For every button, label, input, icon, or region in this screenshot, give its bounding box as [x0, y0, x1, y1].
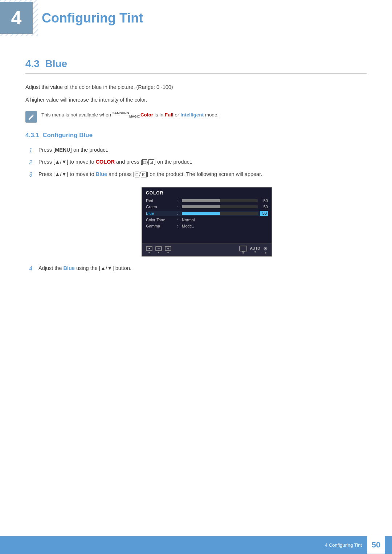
step-3: 3 Press [▲/▼] to move to Blue and press … [29, 170, 367, 180]
osd-row-colortone: Color Tone : Normal [146, 218, 268, 222]
osd-btn-minus: − [155, 246, 162, 253]
osd-btn-monitor [239, 246, 247, 254]
pencil-icon [28, 114, 34, 120]
osd-label-red: Red [146, 198, 175, 203]
note-icon [25, 111, 37, 123]
osd-bottom-bar: ◄ − + [142, 243, 271, 256]
page-content: 4.3 Blue Adjust the value of the color b… [0, 36, 392, 312]
osd-label-colortone: Color Tone [146, 218, 175, 222]
description-2: A higher value will increase the intensi… [25, 95, 367, 104]
monitor-screen: COLOR Red : 50 Green : [142, 187, 272, 257]
osd-label-green: Green [146, 205, 175, 209]
footer-text: 4 Configuring Tint [325, 542, 362, 548]
subsection-number: 4.3.1 [25, 132, 39, 139]
steps-list: 1 Press [MENU] on the product. 2 Press [… [25, 145, 367, 180]
page-title: Configuring Tint [42, 11, 143, 25]
osd-value-gamma: Mode1 [182, 224, 194, 228]
osd-menu-title: COLOR [146, 190, 268, 196]
section-heading: 4.3 Blue [25, 58, 367, 74]
osd-value-blue: 50 [260, 211, 268, 216]
osd-value-colortone: Normal [182, 218, 195, 222]
osd-value-green: 50 [260, 205, 268, 209]
step-2: 2 Press [▲/▼] to move to COLOR and press… [29, 157, 367, 167]
subsection-title: Configuring Blue [42, 132, 93, 139]
osd-btn-left: ◄ [146, 246, 152, 253]
osd-btn-plus: + [165, 246, 171, 253]
osd-label-gamma: Gamma [146, 224, 175, 228]
osd-row-gamma: Gamma : Mode1 [146, 224, 268, 228]
note-box: This menu is not available when SAMSUNGM… [25, 111, 367, 123]
osd-menu: COLOR Red : 50 Green : [142, 188, 271, 239]
page-footer: 4 Configuring Tint 50 [0, 536, 392, 554]
section-title: Blue [45, 58, 68, 69]
osd-bar-red [182, 199, 258, 202]
subsection-heading: 4.3.1 Configuring Blue [25, 132, 367, 139]
page-header: 4 Configuring Tint [0, 0, 392, 36]
steps-list-2: 4 Adjust the Blue using the [▲/▼] button… [25, 264, 367, 274]
osd-row-blue: Blue : 50 [146, 211, 268, 216]
osd-bar-green [182, 205, 258, 208]
chapter-number-box: 4 [0, 2, 33, 34]
section-number: 4.3 [25, 58, 40, 69]
osd-value-red: 50 [260, 198, 268, 203]
monitor-wrapper: COLOR Red : 50 Green : [47, 187, 367, 257]
osd-left-controls: ◄ − + [146, 246, 171, 253]
osd-row-red: Red : 50 [146, 198, 268, 203]
osd-btn-power: ☀ [263, 246, 268, 254]
chapter-number: 4 [11, 8, 22, 27]
description-1: Adjust the value of the color blue in th… [25, 83, 367, 92]
osd-row-green: Green : 50 [146, 205, 268, 209]
note-text: This menu is not available when SAMSUNGM… [41, 111, 219, 119]
step-1: 1 Press [MENU] on the product. [29, 145, 367, 155]
page-number: 50 [367, 536, 385, 554]
osd-right-controls: AUTO ☀ [239, 246, 268, 254]
step-4: 4 Adjust the Blue using the [▲/▼] button… [29, 264, 367, 274]
osd-btn-auto: AUTO [250, 246, 260, 253]
osd-label-blue: Blue [146, 211, 175, 216]
header-title-area: Configuring Tint [42, 11, 143, 26]
osd-bar-blue [182, 212, 258, 215]
